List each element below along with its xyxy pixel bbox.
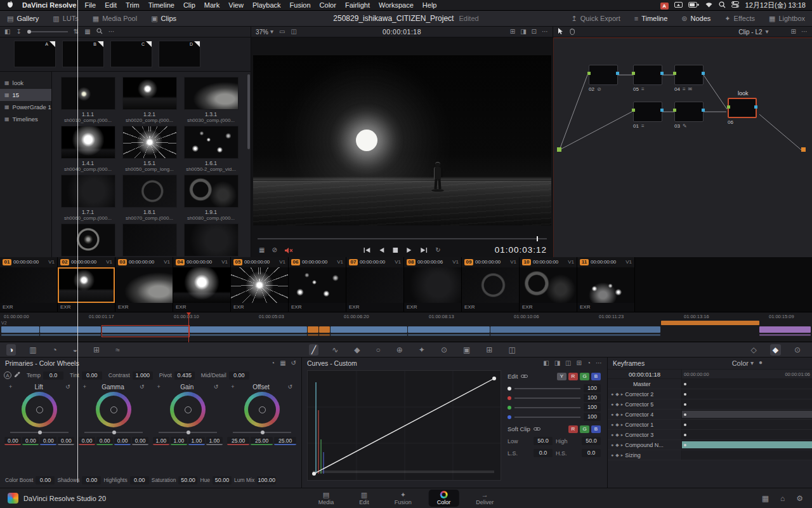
enable-dot-icon[interactable]: ● [611,392,613,396]
channel-slider[interactable] [514,407,580,408]
expand-chevron-icon[interactable]: ▸ [621,432,624,437]
channel-slider[interactable] [514,388,580,389]
keyframe-diamond-icon[interactable]: ◆ [615,443,619,447]
keyframe-row-label-cell[interactable]: ●◆▸Corrector 1 [608,420,682,429]
menubar-item-trim[interactable]: Trim [126,1,140,9]
menubar-item-workspace[interactable]: Workspace [379,1,414,9]
lift-g-field[interactable]: 0.00 [22,437,39,445]
clip-thumbnail[interactable] [462,267,519,303]
sizing-icon[interactable]: ⊞ [483,344,495,356]
channel-r-button[interactable]: R [568,373,578,380]
wheel-reset-icon[interactable]: ↺ [65,384,70,390]
grid-view-icon[interactable]: ▦ [84,29,90,35]
page-tab-media[interactable]: ▤Media [310,490,343,507]
soft-clip-r-button[interactable]: R [568,425,578,433]
clip-thumbnail[interactable] [289,267,346,303]
saturation-field[interactable]: 50.00 [178,476,197,485]
still-thumbnail[interactable] [122,224,177,257]
gain-r-field[interactable]: 1.00 [153,437,169,445]
gallery-still[interactable]: 1.11.1 [119,224,180,257]
gamma-g-field[interactable]: 0.00 [96,437,113,445]
viewer-jog-bar[interactable] [258,238,547,239]
gain-g-field[interactable]: 1.00 [171,437,187,445]
grab-still-icon[interactable]: ↧ [16,29,21,35]
loop-button[interactable]: ↻ [435,247,440,253]
keyframe-marker[interactable] [684,413,686,416]
expand-chevron-icon[interactable]: ▸ [621,453,624,457]
wheel-reset-icon[interactable]: ↺ [287,384,292,390]
clip-thumbnail[interactable] [0,267,57,303]
gallery-still[interactable]: 1.2.1sh0020_comp.(000... [119,77,180,123]
menubar-item-edit[interactable]: Edit [105,1,117,9]
clip-thumbnail[interactable] [231,267,288,303]
channel-value-field[interactable]: 100 [584,403,601,411]
still-thumbnail[interactable] [184,77,239,110]
keyframe-marker[interactable] [684,393,686,396]
clip-09[interactable]: 0900:00:00:00V1EXR [462,257,520,312]
keyframe-track[interactable] [682,399,812,409]
still-thumbnail[interactable] [61,126,115,159]
first-frame-button[interactable] [363,247,370,253]
expand-chevron-icon[interactable]: ▸ [621,443,624,447]
clip-thumbnail[interactable] [115,267,173,303]
sidebar-item-15[interactable]: ▦15 [0,89,51,101]
gain-b-field[interactable]: 1.00 [188,437,205,445]
curve-display-icon[interactable]: ◧ [543,360,549,366]
channel-value-field[interactable]: 100 [584,384,601,392]
gallery-more-icon[interactable]: ⋯ [108,29,115,35]
thumb-size-slider[interactable] [27,31,68,32]
color-wheels-icon[interactable]: ◑ [6,344,16,356]
info-icon[interactable]: ⊙ [792,344,803,356]
gamma-m-field[interactable]: 0.00 [132,437,148,445]
gallery-still[interactable]: 1.10.1 [57,224,119,257]
grade-grab-icon[interactable]: ◨ [520,29,526,35]
lift-m-field[interactable]: 0.00 [58,437,74,445]
channel-b-button[interactable]: B [591,373,601,380]
clip-thumbnail[interactable] [173,267,230,303]
node-01[interactable] [633,102,662,122]
soft-clip-link-icon[interactable] [534,426,540,432]
keyframe-track[interactable] [682,420,812,429]
search-icon[interactable] [96,28,103,36]
gallery-still[interactable]: 1.7.1sh0060_comp.(000... [57,175,119,221]
rgb-mixer-icon[interactable]: ⊞ [91,344,102,356]
low-soft-field[interactable]: 50.0 [534,437,553,445]
primaries-reset-icon[interactable]: ↺ [291,360,296,366]
gamma-master-wheel[interactable] [84,430,143,435]
apple-menu-icon[interactable] [6,1,14,10]
keyframe-ruler[interactable]: 00:00:00:00 00:00:01:06 [682,370,812,378]
keyframe-solo-icon[interactable]: ● [759,359,763,367]
channel-value-field[interactable]: 100 [584,413,601,421]
wheels-mode-icon[interactable]: ▦ [280,360,285,366]
clip-thumbnail[interactable] [577,267,634,303]
curve-hist-icon[interactable]: ◨ [554,360,560,366]
keyframe-marker[interactable] [684,424,686,426]
soft-clip-g-button[interactable]: G [580,425,589,433]
high-soft-field[interactable]: 50.0 [582,437,601,445]
clip-04[interactable]: 0400:00:00:00V1EXR [173,257,231,312]
lift-r-field[interactable]: 0.00 [4,437,21,445]
still-thumbnail[interactable] [61,77,115,110]
keyframe-row-label-cell[interactable]: ●◆▸Compound N... [608,440,682,450]
key-icon[interactable]: ▣ [461,344,473,356]
gallery-still[interactable]: 1.1.1sh0010_comp.(000... [57,77,119,123]
auto-color-icon[interactable]: A [4,371,11,379]
node-04[interactable] [674,65,704,85]
offset-color-wheel[interactable] [244,392,280,427]
keyframe-diamond-icon[interactable]: ◆ [615,453,619,457]
timeline-clip[interactable] [331,326,407,333]
gamma-b-field[interactable]: 0.00 [114,437,131,445]
gallery-still[interactable]: 1.12.1 [180,224,242,257]
motion-effects-icon[interactable]: ≈ [113,344,122,356]
still-thumbnail[interactable] [184,175,239,208]
keyframe-diamond-icon[interactable]: ◆ [615,422,619,427]
curve-graph[interactable] [307,370,501,481]
keyframe-track[interactable] [682,440,812,450]
curves-icon[interactable]: ╱ [309,344,318,356]
lum-mix-field[interactable]: 100.00 [257,476,276,485]
gallery-still[interactable]: 1.6.1sh0050-2_comp_vid... [180,126,242,172]
log-wheels-icon[interactable]: ◔ [50,344,60,356]
sidebar-item-timelines[interactable]: ▦Timelines [0,113,51,125]
keyframe-diamond-icon[interactable]: ◆ [615,402,619,406]
pan-tool-icon[interactable] [569,28,575,36]
